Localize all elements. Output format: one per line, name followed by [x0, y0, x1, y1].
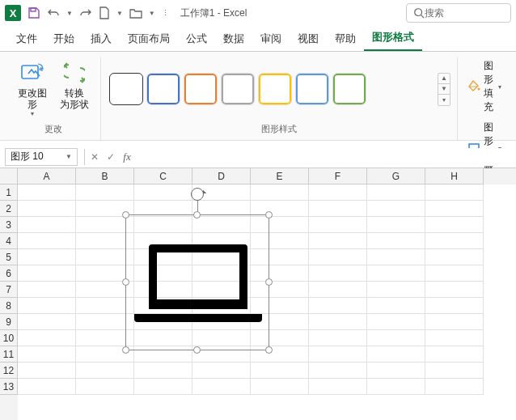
- resize-handle[interactable]: [265, 211, 273, 218]
- cell[interactable]: [192, 363, 251, 379]
- row-header[interactable]: 3: [0, 217, 18, 233]
- cell[interactable]: [309, 201, 367, 217]
- row-header[interactable]: 12: [0, 363, 18, 379]
- cell[interactable]: [309, 363, 367, 379]
- shape-fill-button[interactable]: 图形填充 ▾: [464, 57, 505, 117]
- column-header[interactable]: D: [192, 168, 251, 185]
- cell[interactable]: [425, 379, 484, 395]
- cell[interactable]: [425, 298, 484, 314]
- cell[interactable]: [309, 379, 367, 395]
- cell[interactable]: [367, 265, 425, 282]
- row-header[interactable]: 8: [0, 298, 18, 314]
- cell[interactable]: [367, 233, 425, 249]
- gallery-scroll[interactable]: ▲ ▼ ▾: [438, 73, 450, 106]
- tab-插入[interactable]: 插入: [82, 27, 120, 51]
- change-shape-button[interactable]: 更改图 形 ▾: [13, 57, 52, 121]
- cell[interactable]: [251, 185, 309, 201]
- column-header[interactable]: B: [76, 168, 134, 185]
- cell[interactable]: [367, 201, 425, 217]
- cell[interactable]: [18, 265, 76, 282]
- search-input[interactable]: [425, 7, 497, 19]
- style-thumbnail[interactable]: [332, 73, 366, 105]
- row-header[interactable]: 13: [0, 379, 18, 395]
- cell[interactable]: [425, 249, 484, 265]
- column-header[interactable]: G: [367, 168, 425, 185]
- row-header[interactable]: 4: [0, 233, 18, 249]
- cell[interactable]: [425, 363, 484, 379]
- resize-handle[interactable]: [122, 346, 129, 354]
- style-thumbnail[interactable]: [258, 73, 292, 105]
- enter-formula-icon[interactable]: ✓: [103, 151, 119, 163]
- laptop-icon[interactable]: [134, 244, 262, 333]
- cell[interactable]: [18, 379, 76, 395]
- cell[interactable]: [367, 314, 425, 330]
- row-header[interactable]: 7: [0, 282, 18, 298]
- cell[interactable]: [309, 314, 367, 330]
- cell[interactable]: [367, 282, 425, 298]
- resize-handle[interactable]: [122, 278, 129, 286]
- cell[interactable]: [76, 379, 134, 395]
- column-header[interactable]: E: [251, 168, 309, 185]
- chevron-down-icon[interactable]: ▼: [66, 153, 72, 160]
- cell[interactable]: [76, 185, 134, 201]
- cell[interactable]: [309, 346, 367, 363]
- name-box[interactable]: 图形 10 ▼: [5, 148, 78, 166]
- resize-handle[interactable]: [265, 346, 273, 354]
- tab-公式[interactable]: 公式: [178, 27, 215, 51]
- cell[interactable]: [18, 282, 76, 298]
- cell[interactable]: [18, 314, 76, 330]
- cell[interactable]: [18, 233, 76, 249]
- row-header[interactable]: 2: [0, 201, 18, 217]
- cell[interactable]: [425, 185, 484, 201]
- formula-input[interactable]: [135, 148, 516, 166]
- style-thumbnail[interactable]: [295, 73, 329, 105]
- cell[interactable]: [18, 249, 76, 265]
- row-header[interactable]: 5: [0, 249, 18, 265]
- cell[interactable]: [367, 379, 425, 395]
- style-thumbnail[interactable]: [146, 73, 180, 105]
- tab-视图[interactable]: 视图: [290, 27, 327, 51]
- cell[interactable]: [425, 314, 484, 330]
- fx-icon[interactable]: fx: [119, 151, 135, 163]
- resize-handle[interactable]: [122, 211, 129, 218]
- cell[interactable]: [309, 282, 367, 298]
- cell[interactable]: [134, 185, 192, 201]
- search-box[interactable]: [406, 3, 511, 23]
- cell[interactable]: [309, 249, 367, 265]
- rotate-handle-icon[interactable]: [191, 188, 204, 201]
- undo-icon[interactable]: [47, 6, 60, 19]
- cell[interactable]: [425, 282, 484, 298]
- cell[interactable]: [367, 249, 425, 265]
- gallery-up-icon[interactable]: ▲: [438, 74, 450, 84]
- new-file-icon[interactable]: [99, 6, 110, 19]
- gallery-more-icon[interactable]: ▾: [438, 95, 450, 105]
- save-icon[interactable]: [27, 6, 40, 19]
- redo-icon[interactable]: [79, 6, 92, 19]
- style-thumbnail[interactable]: [184, 73, 218, 105]
- cell[interactable]: [18, 298, 76, 314]
- tab-帮助[interactable]: 帮助: [327, 27, 364, 51]
- convert-to-shape-button[interactable]: 转换 为形状: [55, 57, 94, 113]
- cell[interactable]: [251, 363, 309, 379]
- qat-customize-icon[interactable]: ⋮: [162, 9, 169, 17]
- cell[interactable]: [425, 233, 484, 249]
- cell[interactable]: [425, 330, 484, 346]
- column-header[interactable]: C: [134, 168, 192, 185]
- tab-审阅[interactable]: 审阅: [252, 27, 290, 51]
- open-folder-icon[interactable]: [129, 7, 142, 19]
- cell[interactable]: [425, 346, 484, 363]
- row-header[interactable]: 10: [0, 330, 18, 346]
- chevron-down-icon[interactable]: ▼: [149, 10, 155, 17]
- tab-页面布局[interactable]: 页面布局: [120, 27, 178, 51]
- gallery-down-icon[interactable]: ▼: [438, 84, 450, 95]
- cell[interactable]: [367, 346, 425, 363]
- cell[interactable]: [367, 330, 425, 346]
- chevron-down-icon[interactable]: ▼: [66, 10, 73, 17]
- cell[interactable]: [367, 298, 425, 314]
- select-all-corner[interactable]: [0, 168, 18, 185]
- resize-handle[interactable]: [193, 211, 201, 218]
- cell[interactable]: [309, 330, 367, 346]
- cell[interactable]: [309, 233, 367, 249]
- cell[interactable]: [367, 185, 425, 201]
- chevron-down-icon[interactable]: ▼: [116, 10, 123, 17]
